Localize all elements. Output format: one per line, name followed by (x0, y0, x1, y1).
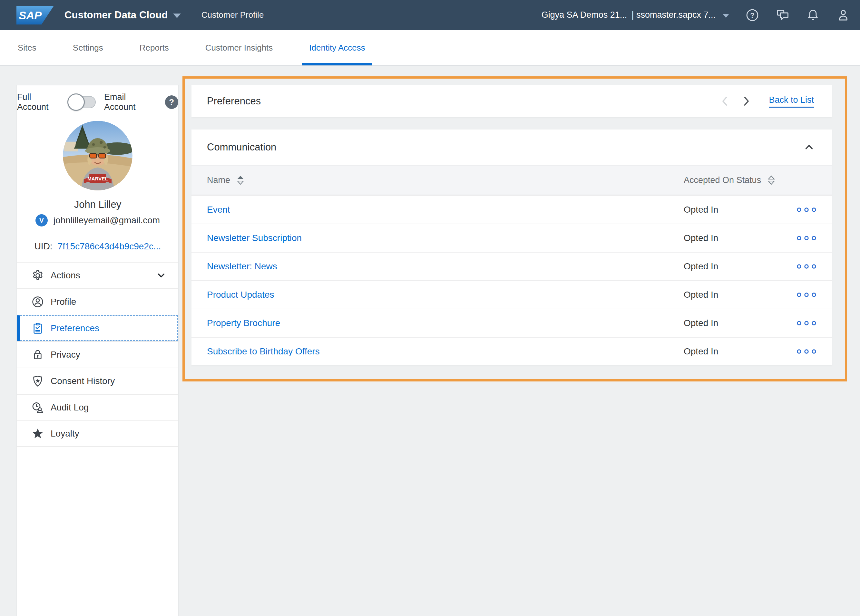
table-row: Newsletter: News Opted In (191, 252, 832, 280)
verified-badge-icon: V (36, 214, 48, 226)
clock-person-icon (31, 401, 44, 414)
sidebar-item-consent-history[interactable]: Consent History (17, 368, 178, 394)
help-icon[interactable]: ? (745, 8, 760, 22)
preference-link[interactable]: Property Brochure (207, 318, 684, 328)
collapse-chevron-up-icon[interactable] (803, 141, 815, 154)
account-type-switch[interactable] (70, 96, 96, 108)
sidebar-item-label: Preferences (50, 323, 99, 334)
app-title[interactable]: Customer Data Cloud (64, 9, 168, 21)
sidebar-item-profile[interactable]: Profile (17, 288, 178, 315)
email-row: V johnlilleyemail@gmail.com (17, 214, 178, 226)
shell-bar: SAP Customer Data Cloud Customer Profile… (0, 0, 860, 30)
notifications-bell-icon[interactable] (806, 8, 820, 22)
shell-right: Gigya SA Demos 21... | ssomaster.sapcx 7… (541, 8, 850, 22)
user-email: johnlilleyemail@gmail.com (53, 215, 160, 226)
star-icon (31, 427, 44, 440)
preference-link[interactable]: Newsletter: News (207, 261, 684, 271)
status-value: Opted In (684, 290, 780, 300)
sidebar-item-actions[interactable]: Actions (17, 262, 178, 288)
table-row: Subscribe to Birthday Offers Opted In (191, 337, 832, 365)
full-account-label: Full Account (17, 92, 64, 112)
overflow-menu-icon[interactable] (796, 263, 817, 270)
uid-label: UID: (35, 241, 53, 252)
chevron-down-icon[interactable] (156, 270, 166, 281)
overflow-menu-icon[interactable] (796, 292, 817, 298)
column-label: Accepted On Status (684, 175, 761, 185)
section-title: Communication (207, 141, 276, 153)
tab-reports[interactable]: Reports (140, 30, 169, 66)
tenant-dropdown-icon[interactable] (723, 14, 729, 18)
sidebar-item-label: Consent History (50, 376, 115, 386)
sidebar-item-label: Audit Log (50, 403, 89, 413)
overflow-menu-icon[interactable] (796, 348, 817, 355)
svg-text:MARVEL: MARVEL (87, 176, 108, 181)
overflow-menu-icon[interactable] (796, 235, 817, 241)
lock-icon (31, 348, 44, 361)
next-record-icon[interactable] (741, 96, 752, 107)
shell-page-title: Customer Profile (201, 10, 264, 20)
page-title: Preferences (207, 96, 261, 107)
status-value: Opted In (684, 233, 780, 243)
gear-icon (31, 269, 44, 282)
status-value: Opted In (684, 346, 780, 357)
column-label: Name (207, 175, 230, 185)
overflow-menu-icon[interactable] (796, 320, 817, 326)
preference-link[interactable]: Product Updates (207, 290, 684, 300)
tab-sites[interactable]: Sites (18, 30, 36, 66)
preferences-highlight-box: Preferences Back to List Communication (182, 76, 847, 381)
user-name: John Lilley (17, 199, 178, 210)
preference-link[interactable]: Subscribe to Birthday Offers (207, 346, 684, 357)
toggle-help-icon[interactable]: ? (165, 96, 178, 109)
tab-identity-access[interactable]: Identity Access (309, 30, 365, 66)
site-name[interactable]: | ssomaster.sapcx 7... (631, 10, 716, 20)
sidebar-item-loyalty[interactable]: Loyalty (17, 420, 178, 447)
table-row: Event Opted In (191, 195, 832, 224)
uid-row: UID: 7f15c786c43d4b9c9e2c... (17, 241, 178, 252)
shell-left: SAP Customer Data Cloud Customer Profile (16, 6, 264, 25)
status-value: Opted In (684, 205, 780, 215)
tenant-name[interactable]: Gigya SA Demos 21... (541, 10, 627, 20)
tab-settings[interactable]: Settings (73, 30, 103, 66)
column-header-name[interactable]: Name (207, 175, 684, 185)
app-title-dropdown-icon[interactable] (173, 14, 181, 18)
sidebar-item-label: Privacy (50, 350, 80, 360)
sidebar-item-label: Profile (50, 297, 76, 307)
sidebar-item-label: Actions (50, 270, 80, 281)
panel-header: Preferences Back to List (191, 85, 832, 117)
status-value: Opted In (684, 261, 780, 271)
column-header-accepted-on-status[interactable]: Accepted On Status (684, 175, 780, 185)
profile-sidebar: Full Account Email Account ? (16, 85, 179, 616)
sort-none-icon[interactable] (767, 175, 775, 185)
account-person-icon[interactable] (836, 8, 850, 22)
sidebar-menu: Actions Profile (17, 262, 178, 447)
communication-header: Communication (191, 130, 832, 165)
svg-text:SAP: SAP (19, 9, 42, 21)
svg-text:?: ? (750, 11, 755, 19)
sort-ascending-icon[interactable] (237, 175, 244, 185)
previous-record-icon[interactable] (719, 96, 731, 107)
tab-customer-insights[interactable]: Customer Insights (205, 30, 273, 66)
sidebar-item-preferences[interactable]: Preferences (17, 315, 178, 341)
email-account-label: Email Account (104, 92, 159, 112)
feedback-chat-icon[interactable] (775, 8, 790, 22)
back-to-list-link[interactable]: Back to List (769, 95, 814, 108)
uid-link[interactable]: 7f15c786c43d4b9c9e2c... (58, 241, 161, 252)
primary-tabs: Sites Settings Reports Customer Insights… (0, 30, 860, 66)
switch-knob[interactable] (67, 93, 85, 111)
sap-logo-icon: SAP (16, 6, 54, 25)
preference-link[interactable]: Event (207, 205, 684, 215)
sidebar-item-label: Loyalty (50, 428, 79, 439)
table-row: Newsletter Subscription Opted In (191, 224, 832, 252)
overflow-menu-icon[interactable] (796, 207, 817, 213)
table-row: Property Brochure Opted In (191, 309, 832, 337)
avatar-wrap: MARVEL (17, 121, 178, 190)
screen: SAP Customer Data Cloud Customer Profile… (0, 0, 860, 616)
sidebar-item-privacy[interactable]: Privacy (17, 341, 178, 368)
sidebar-item-audit-log[interactable]: Audit Log (17, 394, 178, 420)
status-value: Opted In (684, 318, 780, 328)
preference-link[interactable]: Newsletter Subscription (207, 233, 684, 243)
record-nav: Back to List (719, 95, 814, 108)
table-header-row: Name Accepted On Status (191, 165, 832, 195)
communication-section: Communication Name Accepted On Status (191, 130, 832, 365)
clipboard-check-icon (31, 322, 44, 335)
